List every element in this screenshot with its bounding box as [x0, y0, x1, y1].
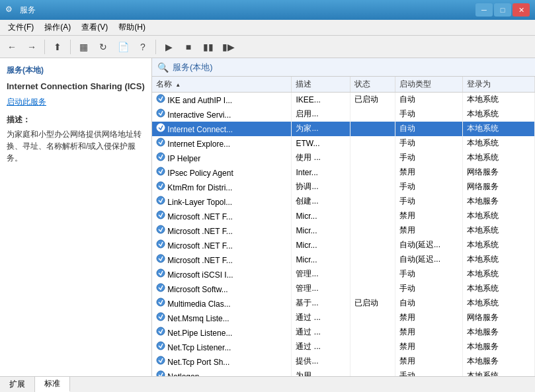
svg-point-18 [157, 356, 165, 364]
cell-status [350, 151, 395, 165]
right-panel: 🔍 服务(本地) 名称 ▲ 描述 状态 启动类型 登录为 [152, 58, 535, 376]
table-row[interactable]: Netlogon 为用... 手动 本地系统 [152, 369, 535, 377]
svg-point-7 [157, 196, 165, 204]
cell-desc: Micr... [292, 209, 350, 223]
left-panel-title: 服务(本地) [7, 65, 145, 76]
service-icon [156, 225, 165, 234]
table-row[interactable]: IP Helper 使用 ... 手动 本地系统 [152, 151, 535, 165]
sort-arrow: ▲ [175, 82, 181, 88]
cell-desc: 管理... [292, 267, 350, 282]
right-panel-header: 🔍 服务(本地) [152, 58, 535, 77]
svg-point-0 [157, 95, 165, 102]
menu-action[interactable]: 操作(A) [39, 20, 76, 34]
cell-desc: 通过 ... [292, 325, 350, 340]
cell-name: Net.Pipe Listene... [152, 325, 292, 340]
table-row[interactable]: IKE and AuthIP I... IKEE... 已启动 自动 本地系统 [152, 93, 535, 107]
col-header-name[interactable]: 名称 ▲ [152, 77, 292, 93]
pause-button[interactable]: ▮▮ [199, 38, 218, 56]
table-row[interactable]: Internet Explore... ETW... 手动 本地系统 [152, 136, 535, 151]
left-panel: 服务(本地) Internet Connection Sharing (ICS)… [0, 58, 152, 376]
services-table[interactable]: 名称 ▲ 描述 状态 启动类型 登录为 IKE and AuthIP I... … [152, 77, 535, 376]
table-row[interactable]: Net.Pipe Listene... 通过 ... 禁用 本地服务 [152, 325, 535, 340]
cell-status [350, 136, 395, 151]
svg-point-17 [157, 342, 165, 350]
cell-status [350, 194, 395, 209]
svg-point-8 [157, 211, 165, 219]
service-icon [156, 123, 165, 132]
table-row[interactable]: Microsoft .NET F... Micr... 禁用 本地系统 [152, 223, 535, 238]
cell-name: Microsoft Softw... [152, 282, 292, 296]
cell-status [350, 209, 395, 223]
cell-startup: 自动(延迟... [395, 238, 462, 253]
cell-login: 本地系统 [463, 369, 535, 377]
cell-startup: 禁用 [395, 209, 462, 223]
minimize-button[interactable]: ─ [475, 3, 493, 17]
table-row[interactable]: Internet Connect... 为家... 自动 本地系统 [152, 122, 535, 136]
table-row[interactable]: Link-Layer Topol... 创建... 手动 本地服务 [152, 194, 535, 209]
help-button[interactable]: ? [134, 38, 152, 56]
cell-status [350, 325, 395, 340]
table-row[interactable]: Interactive Servi... 启用... 手动 本地系统 [152, 107, 535, 122]
cell-desc: 通过 ... [292, 311, 350, 325]
cell-desc: 启用... [292, 107, 350, 122]
cell-startup: 禁用 [395, 354, 462, 369]
resume-button[interactable]: ▮▶ [219, 38, 237, 56]
stop-button[interactable]: ■ [179, 38, 198, 56]
cell-startup: 手动 [395, 369, 462, 377]
col-header-status[interactable]: 状态 [350, 77, 395, 93]
cell-name: Internet Explore... [152, 136, 292, 151]
close-button[interactable]: ✕ [513, 3, 530, 17]
cell-name: IKE and AuthIP I... [152, 93, 292, 107]
col-header-desc[interactable]: 描述 [292, 77, 350, 93]
table-row[interactable]: Net.Msmq Liste... 通过 ... 禁用 网络服务 [152, 311, 535, 325]
tab-expand[interactable]: 扩展 [0, 377, 35, 392]
col-header-login[interactable]: 登录为 [463, 77, 535, 93]
back-button[interactable]: ← [3, 38, 21, 56]
table-row[interactable]: KtmRm for Distri... 协调... 手动 网络服务 [152, 180, 535, 194]
refresh-button[interactable]: ↻ [94, 38, 112, 56]
menu-bar: 文件(F) 操作(A) 查看(V) 帮助(H) [0, 20, 535, 36]
maximize-button[interactable]: □ [494, 3, 511, 17]
table-row[interactable]: Microsoft Softw... 管理... 手动 本地系统 [152, 282, 535, 296]
cell-name: Microsoft .NET F... [152, 209, 292, 223]
menu-file[interactable]: 文件(F) [3, 20, 39, 34]
app-icon: ⚙ [5, 5, 16, 15]
tab-standard[interactable]: 标准 [35, 377, 70, 392]
svg-point-15 [157, 313, 165, 321]
col-header-startup[interactable]: 启动类型 [395, 77, 462, 93]
start-service-link[interactable]: 启动此服务 [7, 97, 145, 108]
cell-desc: Micr... [292, 238, 350, 253]
service-icon [156, 268, 165, 278]
menu-view[interactable]: 查看(V) [76, 20, 113, 34]
table-row[interactable]: Microsoft .NET F... Micr... 自动(延迟... 本地系… [152, 253, 535, 267]
cell-desc: 通过 ... [292, 340, 350, 354]
forward-button[interactable]: → [22, 38, 41, 56]
table-row[interactable]: Multimedia Clas... 基于... 已启动 自动 本地系统 [152, 296, 535, 311]
search-icon: 🔍 [157, 62, 169, 73]
toolbar-sep-1 [44, 40, 45, 54]
svg-point-3 [157, 138, 165, 146]
menu-help[interactable]: 帮助(H) [113, 20, 151, 34]
service-icon [156, 312, 165, 321]
table-row[interactable]: IPsec Policy Agent Inter... 禁用 网络服务 [152, 165, 535, 180]
table-row[interactable]: Net.Tcp Listener... 通过 ... 禁用 本地服务 [152, 340, 535, 354]
play-button[interactable]: ▶ [159, 38, 178, 56]
cell-status [350, 238, 395, 253]
cell-desc: Micr... [292, 253, 350, 267]
export-button[interactable]: 📄 [114, 38, 132, 56]
cell-desc: 管理... [292, 282, 350, 296]
service-icon [156, 181, 165, 190]
cell-status [350, 340, 395, 354]
table-row[interactable]: Microsoft iSCSI I... 管理... 手动 本地系统 [152, 267, 535, 282]
show-hide-button[interactable]: ▦ [74, 38, 93, 56]
table-row[interactable]: Net.Tcp Port Sh... 提供... 禁用 本地服务 [152, 354, 535, 369]
services-list: 名称 ▲ 描述 状态 启动类型 登录为 IKE and AuthIP I... … [152, 77, 535, 376]
toolbar: ← → ⬆ ▦ ↻ 📄 ? ▶ ■ ▮▮ ▮▶ [0, 36, 535, 58]
service-icon [156, 341, 165, 350]
toolbar-sep-3 [155, 40, 156, 54]
service-icon [156, 210, 165, 219]
up-button[interactable]: ⬆ [48, 38, 67, 56]
table-row[interactable]: Microsoft .NET F... Micr... 自动(延迟... 本地系… [152, 238, 535, 253]
cell-desc: Inter... [292, 165, 350, 180]
table-row[interactable]: Microsoft .NET F... Micr... 禁用 本地系统 [152, 209, 535, 223]
